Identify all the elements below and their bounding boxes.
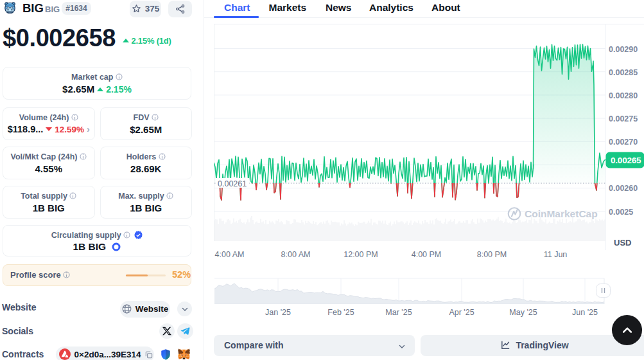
svg-text:Jun '25: Jun '25 [572,308,598,317]
svg-text:0.00261: 0.00261 [218,179,247,188]
svg-text:8:00 AM: 8:00 AM [281,250,311,259]
svg-text:0.00265: 0.00265 [611,156,641,165]
svg-text:Mar '25: Mar '25 [385,308,412,317]
svg-text:8:00 PM: 8:00 PM [477,250,507,259]
svg-text:4:00 AM: 4:00 AM [215,250,245,259]
svg-text:0.00275: 0.00275 [609,114,638,123]
svg-text:0.00290: 0.00290 [609,45,638,54]
svg-text:0.0025: 0.0025 [609,208,633,217]
svg-text:USD: USD [614,238,631,248]
svg-text:May '25: May '25 [509,308,537,317]
svg-text:0.00280: 0.00280 [609,91,638,100]
svg-text:0.00270: 0.00270 [609,138,638,147]
svg-text:12:00 PM: 12:00 PM [344,250,378,259]
svg-text:11 Jun: 11 Jun [544,250,568,259]
svg-text:0.00285: 0.00285 [609,68,638,77]
svg-text:Feb '25: Feb '25 [327,308,354,317]
svg-text:Jan '25: Jan '25 [265,308,291,317]
svg-text:CoinMarketCap: CoinMarketCap [525,208,598,219]
svg-text:Apr '25: Apr '25 [449,308,474,317]
svg-text:0.00260: 0.00260 [609,184,638,193]
svg-text:4:00 PM: 4:00 PM [412,250,442,259]
